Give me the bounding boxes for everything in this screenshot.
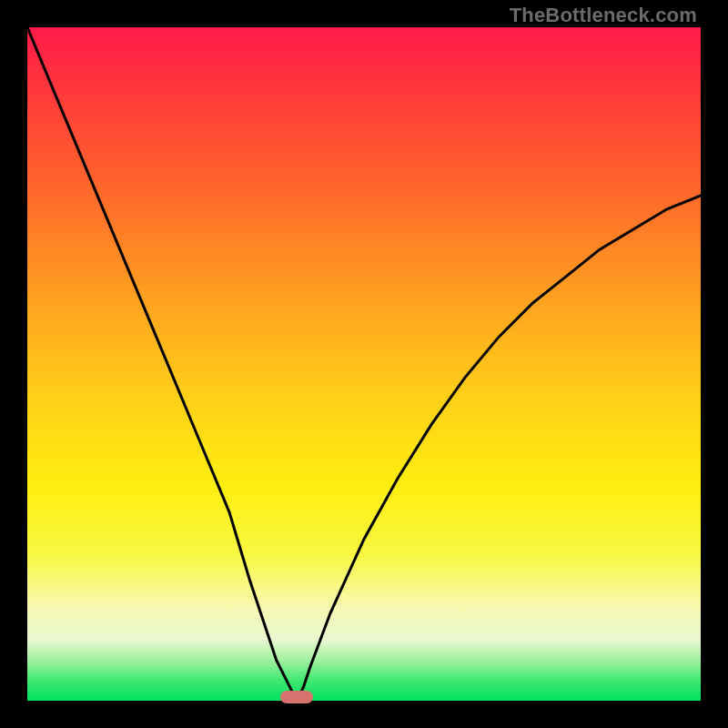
plot-area (27, 27, 701, 701)
watermark-text: TheBottleneck.com (510, 4, 697, 27)
optimum-marker (280, 691, 313, 703)
curve-layer (27, 27, 701, 701)
bottleneck-curve-path (27, 27, 701, 701)
chart-frame: TheBottleneck.com (0, 0, 728, 728)
